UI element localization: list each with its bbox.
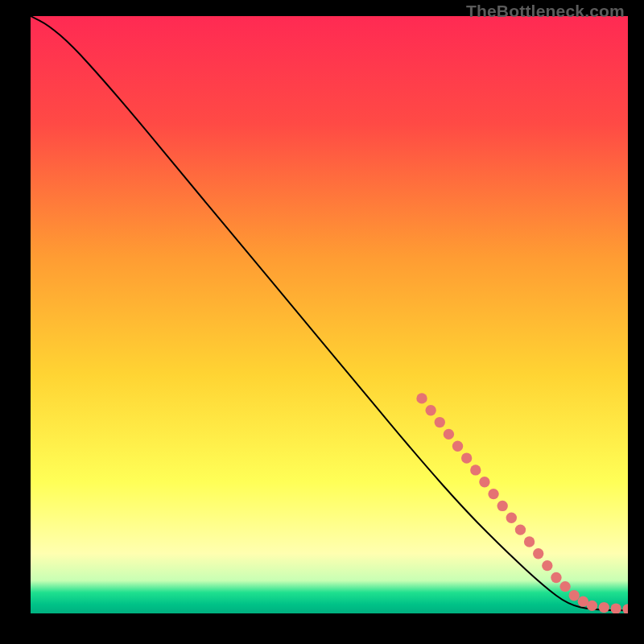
chart-marker-dot [587, 601, 597, 611]
chart-marker-dot [470, 464, 481, 475]
chart-marker-dot [533, 548, 543, 559]
chart-marker-dot [551, 572, 561, 583]
chart-marker-dot [435, 417, 445, 427]
chart-marker-dot [497, 501, 508, 511]
chart-svg [31, 16, 628, 613]
chart-marker-dot [452, 441, 463, 452]
chart-marker-dot [425, 405, 436, 415]
chart-marker-dot [506, 513, 517, 523]
watermark-label: TheBottleneck.com [466, 2, 625, 21]
chart-marker-dot [569, 590, 580, 601]
chart-marker-dot [599, 602, 609, 613]
chart-stage: TheBottleneck.com [0, 0, 644, 644]
chart-marker-dot [479, 477, 489, 487]
chart-background [31, 16, 628, 613]
chart-marker-dot [524, 536, 535, 547]
chart-marker-dot [488, 489, 498, 499]
chart-marker-dot [444, 429, 454, 440]
chart-plot-area [31, 16, 628, 613]
chart-marker-dot [515, 524, 526, 535]
chart-marker-dot [461, 452, 472, 463]
chart-marker-dot [559, 581, 570, 592]
chart-marker-dot [542, 560, 552, 571]
chart-marker-dot [416, 393, 427, 403]
